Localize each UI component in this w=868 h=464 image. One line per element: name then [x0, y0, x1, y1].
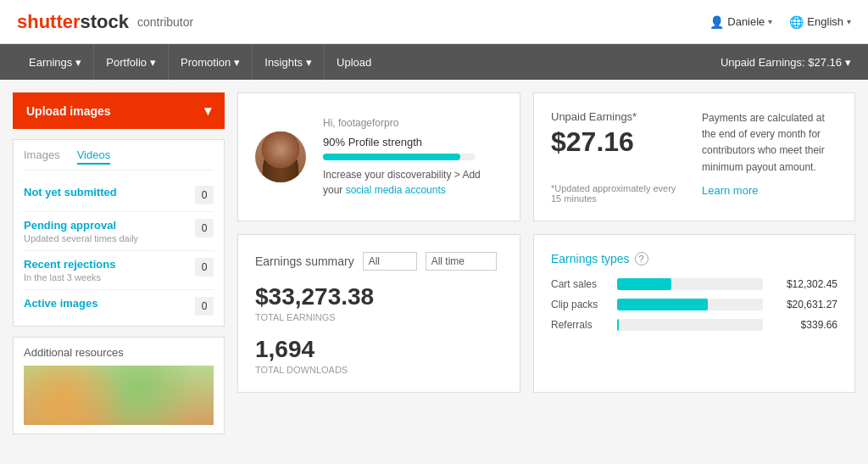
cart-sales-bar-bg	[617, 278, 763, 290]
stat-pending: Pending approval Updated several times d…	[24, 212, 214, 251]
strength-bar-fill	[323, 154, 460, 160]
top-cards: Hi, footageforpro 90% Profile strength I…	[237, 92, 855, 221]
nav-item-portfolio[interactable]: Portfolio ▾	[94, 44, 169, 80]
type-row-cart: Cart sales $12,302.45	[551, 278, 837, 290]
user-icon: 👤	[709, 15, 724, 29]
filter-type-select[interactable]: All Images Video Music	[363, 252, 417, 271]
rejections-link[interactable]: Recent rejections	[24, 258, 195, 271]
payment-info: Payments are calculated at the end of ev…	[702, 110, 837, 176]
stat-pending-left: Pending approval Updated several times d…	[24, 219, 195, 243]
strength-label: 90% Profile strength	[323, 136, 503, 148]
total-downloads-value: 1,694	[255, 336, 503, 363]
nav-items: Earnings ▾ Portfolio ▾ Promotion ▾ Insig…	[17, 44, 383, 80]
referrals-amount: $339.66	[770, 319, 837, 331]
nav-unpaid-earnings[interactable]: Unpaid Earnings: $27.16 ▾	[721, 56, 851, 69]
nav-item-earnings[interactable]: Earnings ▾	[17, 44, 94, 80]
clip-packs-bar-bg	[617, 299, 763, 310]
language-menu[interactable]: 🌐 English ▾	[789, 15, 851, 29]
nav-item-insights[interactable]: Insights ▾	[253, 44, 325, 80]
summary-title: Earnings summary	[255, 254, 354, 268]
nav-earnings-label: Earnings	[29, 56, 72, 69]
stat-not-submitted: Not yet submitted 0	[24, 179, 214, 212]
clip-packs-bar-fill	[617, 299, 708, 310]
logo-area: shutterstock contributor	[17, 11, 193, 33]
additional-title: Additional resources	[24, 346, 214, 359]
nav-promotion-caret: ▾	[234, 56, 240, 69]
image-video-panel: Images Videos Not yet submitted 0 Pendin…	[13, 139, 225, 327]
cart-sales-label: Cart sales	[551, 278, 610, 290]
nav-insights-label: Insights	[264, 56, 303, 69]
nav-unpaid-caret: ▾	[845, 56, 851, 69]
earnings-note: *Updated approximately every 15 minutes	[551, 183, 685, 204]
upload-images-button[interactable]: Upload images ▾	[13, 92, 225, 129]
avatar-figure	[255, 131, 306, 182]
unpaid-earnings-amount: $27.16	[551, 126, 685, 158]
resource-image	[24, 366, 214, 425]
user-name-label: Daniele	[727, 15, 765, 28]
top-header: shutterstock contributor 👤 Daniele ▾ 🌐 E…	[0, 0, 868, 44]
user-caret-icon: ▾	[768, 17, 772, 26]
social-media-link[interactable]: social media accounts	[346, 184, 446, 196]
avatar	[255, 131, 306, 182]
earnings-card: Unpaid Earnings* $27.16 *Updated approxi…	[533, 92, 855, 221]
active-images-link[interactable]: Active images	[24, 297, 195, 310]
shutterstock-logo: shutterstock	[17, 11, 129, 33]
referrals-label: Referrals	[551, 319, 610, 331]
stat-active-left: Active images	[24, 297, 195, 310]
nav-portfolio-label: Portfolio	[106, 56, 147, 69]
pending-sub: Updated several times daily	[24, 233, 195, 243]
content-area: Hi, footageforpro 90% Profile strength I…	[237, 92, 855, 434]
stat-rejections-left: Recent rejections In the last 3 weeks	[24, 258, 195, 282]
unpaid-earnings-label: Unpaid Earnings*	[551, 110, 685, 123]
not-submitted-link[interactable]: Not yet submitted	[24, 186, 195, 198]
resource-image-inner	[24, 366, 214, 425]
user-menu[interactable]: 👤 Daniele ▾	[709, 15, 772, 29]
nav-insights-caret: ▾	[306, 56, 312, 69]
tabs-row: Images Videos	[24, 148, 214, 171]
nav-earnings-caret: ▾	[75, 56, 81, 69]
rejections-sub: In the last 3 weeks	[24, 272, 195, 282]
lang-caret-icon: ▾	[847, 17, 851, 26]
bottom-section: Earnings summary All Images Video Music …	[237, 234, 855, 393]
main-layout: Upload images ▾ Images Videos Not yet su…	[0, 80, 868, 447]
top-right-area: 👤 Daniele ▾ 🌐 English ▾	[709, 15, 851, 29]
referrals-bar-fill	[617, 319, 619, 331]
filter-period-wrapper: All time This year Last year This month	[426, 252, 497, 271]
earnings-types-title[interactable]: Earnings types	[551, 252, 630, 266]
nav-item-promotion[interactable]: Promotion ▾	[169, 44, 253, 80]
types-header: Earnings types ?	[551, 252, 837, 266]
clip-packs-amount: $20,631.27	[770, 299, 837, 310]
earnings-right: Payments are calculated at the end of ev…	[702, 110, 837, 204]
pending-link[interactable]: Pending approval	[24, 219, 195, 232]
stat-active: Active images 0	[24, 290, 214, 322]
referrals-bar-bg	[617, 319, 763, 331]
tab-videos[interactable]: Videos	[77, 148, 111, 165]
pending-count: 0	[195, 219, 214, 238]
clip-packs-label: Clip packs	[551, 299, 610, 310]
learn-more-link[interactable]: Learn more	[702, 184, 837, 197]
total-earnings-label: TOTAL EARNINGS	[255, 312, 503, 322]
nav-item-upload[interactable]: Upload	[325, 44, 383, 80]
active-count: 0	[195, 297, 214, 316]
nav-upload-label: Upload	[337, 56, 371, 69]
filter-period-select[interactable]: All time This year Last year This month	[426, 252, 497, 271]
greeting-text: Hi, footageforpro	[323, 117, 503, 129]
stat-not-submitted-left: Not yet submitted	[24, 186, 195, 198]
not-submitted-count: 0	[195, 186, 214, 204]
rejections-count: 0	[195, 258, 214, 277]
nav-bar: Earnings ▾ Portfolio ▾ Promotion ▾ Insig…	[0, 44, 868, 80]
stat-rejections: Recent rejections In the last 3 weeks 0	[24, 251, 214, 290]
contributor-label: contributor	[137, 15, 193, 29]
summary-header: Earnings summary All Images Video Music …	[255, 252, 503, 271]
info-icon[interactable]: ?	[635, 252, 648, 266]
additional-resources: Additional resources	[13, 337, 225, 434]
globe-icon: 🌐	[789, 15, 804, 29]
earnings-summary: Earnings summary All Images Video Music …	[237, 234, 520, 393]
total-downloads-label: TOTAL DOWNLOADS	[255, 365, 503, 375]
type-row-clippacks: Clip packs $20,631.27	[551, 299, 837, 310]
upload-chevron-icon: ▾	[204, 103, 211, 119]
tab-images[interactable]: Images	[24, 148, 60, 165]
nav-portfolio-caret: ▾	[150, 56, 156, 69]
type-row-referrals: Referrals $339.66	[551, 319, 837, 331]
total-earnings-value: $33,273.38	[255, 283, 503, 310]
